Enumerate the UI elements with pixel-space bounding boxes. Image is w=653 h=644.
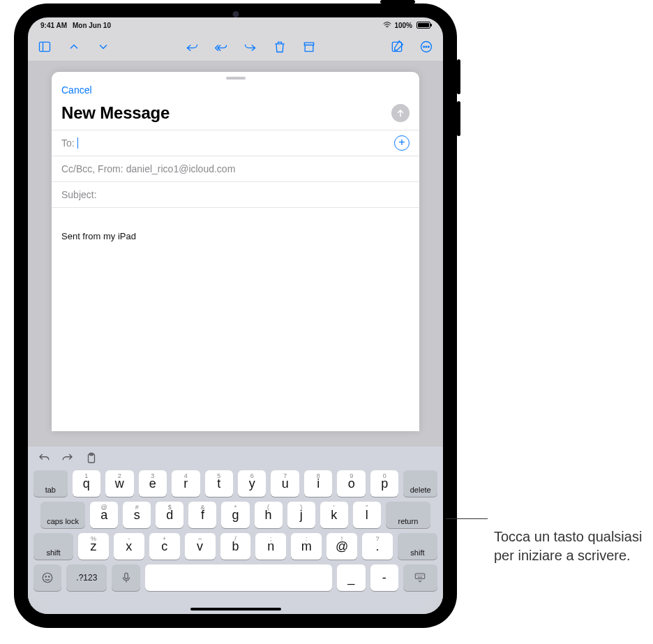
wifi-icon [383,22,391,29]
key-p[interactable]: 0p [370,470,398,497]
dash-key[interactable]: - [370,564,398,591]
power-button [380,0,415,3]
key-q[interactable]: 1q [73,470,100,497]
status-date: Mon Jun 10 [73,22,111,29]
redo-icon[interactable] [61,452,74,465]
more-icon[interactable] [419,40,433,54]
to-label: To: [61,137,75,149]
screen: 9:41 AM Mon Jun 10 100% [28,17,443,614]
cc-bcc-field[interactable]: Cc/Bcc, From: daniel_rico1@icloud.com [52,156,419,181]
key-t[interactable]: 5t [205,470,233,497]
chevron-down-icon[interactable] [96,40,110,54]
key-b[interactable]: /b [220,533,251,560]
compose-icon[interactable] [390,40,404,54]
key-z[interactable]: %z [78,533,109,560]
svg-point-12 [49,576,50,578]
compose-title: New Message [61,103,170,123]
callout-leader-line [446,518,488,519]
svg-rect-1 [40,42,50,51]
front-camera [232,11,239,17]
signature-text: Sent from my iPad [61,231,136,241]
return-key[interactable]: return [386,502,430,528]
key-j[interactable]: )j [287,502,315,528]
key-s[interactable]: #s [123,502,151,528]
delete-key[interactable]: delete [403,470,437,497]
numbers-key[interactable]: .?123 [66,564,107,591]
key-k[interactable]: 'k [320,502,348,528]
chevron-up-icon[interactable] [67,40,81,54]
svg-point-11 [45,576,47,578]
key-g[interactable]: *g [221,502,249,528]
to-field[interactable]: To: [52,130,419,156]
ipad-device-frame: 9:41 AM Mon Jun 10 100% [14,3,457,628]
spacebar-key[interactable] [145,564,333,591]
compose-sheet: Cancel New Message To: Cc/Bcc, From: dan… [52,72,419,431]
key-x[interactable]: -x [114,533,144,560]
key-a[interactable]: @a [90,502,118,528]
sidebar-icon[interactable] [38,40,52,54]
key-f[interactable]: &f [188,502,216,528]
key-w[interactable]: 2w [105,470,133,497]
reply-all-icon[interactable] [214,40,228,54]
shift-key-left[interactable]: shift [33,533,73,560]
key-n[interactable]: ;n [255,533,286,560]
trash-icon[interactable] [273,40,287,54]
key-l[interactable]: "l [353,502,381,528]
battery-percent: 100% [394,22,412,29]
key-c[interactable]: +c [149,533,180,560]
subject-field[interactable]: Subject: [52,181,419,207]
key-h[interactable]: (h [255,502,283,528]
home-indicator[interactable] [190,608,281,611]
message-body[interactable]: Sent from my iPad [52,207,419,431]
hide-keyboard-key[interactable] [403,564,437,591]
subject-label: Subject: [61,189,97,200]
forward-icon[interactable] [243,40,257,54]
archive-icon[interactable] [302,40,316,54]
cc-bcc-from-label: Cc/Bcc, From: [61,163,123,174]
svg-point-6 [426,46,427,47]
key-e[interactable]: 3e [139,470,167,497]
reply-icon[interactable] [185,40,199,54]
clipboard-icon[interactable] [85,452,98,465]
key-m[interactable]: :m [291,533,322,560]
svg-rect-14 [416,574,426,579]
cancel-button[interactable]: Cancel [61,84,92,96]
battery-icon [416,22,430,29]
status-time: 9:41 AM [40,22,67,29]
svg-point-0 [387,27,388,27]
svg-point-5 [423,46,425,47]
key-.[interactable]: ?. [362,533,393,560]
tab-key[interactable]: tab [33,470,68,497]
mail-toolbar [28,33,443,61]
status-bar: 9:41 AM Mon Jun 10 100% [28,17,443,33]
svg-rect-13 [124,573,128,578]
key-@[interactable]: !@ [326,533,357,560]
key-d[interactable]: $d [156,502,183,528]
add-contact-button[interactable] [394,135,410,151]
emoji-key[interactable] [33,564,61,591]
dictation-key[interactable] [112,564,140,591]
send-button[interactable] [391,104,410,122]
key-v[interactable]: =v [185,533,216,560]
capslock-key[interactable]: caps lock [40,502,85,528]
callout-text: Tocca un tasto qualsiasi per iniziare a … [494,527,647,565]
volume-up-button [457,59,460,94]
onscreen-keyboard: tab 1q2w3e4r5t6y7u8i9o0pdelete caps lock… [28,447,443,614]
from-email: daniel_rico1@icloud.com [126,163,236,174]
volume-down-button [457,101,460,136]
svg-point-7 [428,46,430,47]
key-u[interactable]: 7u [271,470,299,497]
undo-icon[interactable] [38,452,50,465]
key-r[interactable]: 4r [172,470,200,497]
svg-point-10 [43,573,52,583]
key-i[interactable]: 8i [304,470,332,497]
key-y[interactable]: 6y [238,470,266,497]
underscore-key[interactable]: _ [337,564,365,591]
key-o[interactable]: 9o [337,470,365,497]
text-cursor [77,137,79,149]
shift-key-right[interactable]: shift [398,533,437,560]
